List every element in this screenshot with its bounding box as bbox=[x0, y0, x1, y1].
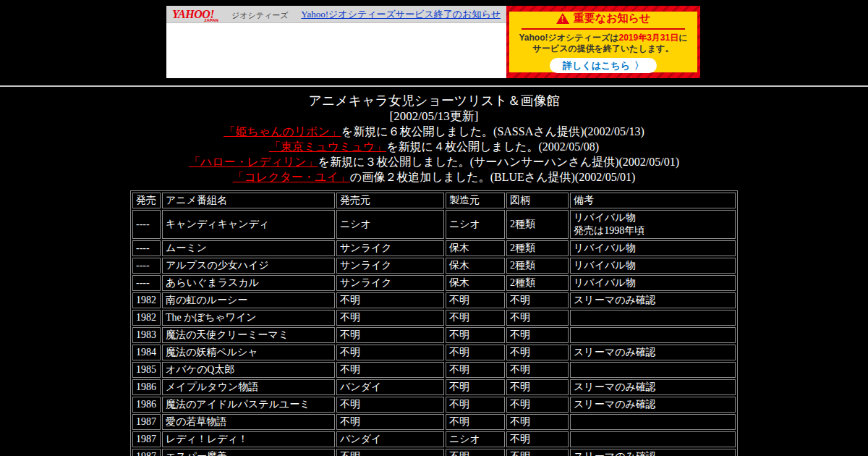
table-cell: 2種類 bbox=[506, 210, 569, 239]
table-cell: 不明 bbox=[446, 449, 505, 456]
table-row: 1986メイプルタウン物語バンダイ不明不明スリーマのみ確認 bbox=[132, 379, 736, 395]
table-cell: ムーミン bbox=[162, 240, 335, 256]
table-cell: ---- bbox=[132, 258, 161, 274]
table-cell bbox=[570, 310, 736, 326]
update-text: を新規に４枚公開しました。(2002/05/08) bbox=[386, 140, 599, 153]
table-cell: スリーマのみ確認 bbox=[570, 379, 736, 395]
table-cell: 1987 bbox=[132, 431, 161, 447]
yahoo-header-bar: YAHOO! JAPAN ジオシティーズ Yahoo!ジオシティーズサービス終了… bbox=[166, 6, 506, 23]
important-notice-banner: 重要なお知らせ Yahoo!ジオシティーズは2019年3月31日に サービスの提… bbox=[506, 6, 700, 78]
table-cell: 2種類 bbox=[506, 258, 569, 274]
important-notice-inner: 重要なお知らせ Yahoo!ジオシティーズは2019年3月31日に サービスの提… bbox=[509, 12, 697, 72]
table-cell: 不明 bbox=[336, 449, 444, 456]
table-cell: キャンディキャンディ bbox=[162, 210, 335, 239]
notice-title: 重要なお知らせ bbox=[574, 12, 650, 25]
update-line: 「ハロー・レディリン」を新規に３枚公開しました。(サーハンサーハンさん提供)(2… bbox=[0, 154, 868, 169]
table-cell bbox=[570, 431, 736, 447]
table-cell: スリーマのみ確認 bbox=[570, 292, 736, 308]
table-cell: エスパー魔美 bbox=[162, 449, 335, 456]
table-row: 1987レディ！レディ！バンダイニシオ不明 bbox=[132, 431, 736, 447]
update-text: の画像２枚追加しました。(BLUEさん提供)(2002/05/01) bbox=[350, 171, 636, 183]
update-link-collector-yui[interactable]: 「コレクター・ユイ」 bbox=[233, 171, 350, 183]
col-header-seller: 発売元 bbox=[336, 193, 444, 208]
col-header-pattern: 図柄 bbox=[506, 193, 569, 208]
update-text: を新規に６枚公開しました。(SASSAさん提供)(2002/05/13) bbox=[341, 125, 644, 138]
table-cell: 不明 bbox=[446, 310, 505, 326]
table-cell: リバイバル物 bbox=[570, 240, 736, 256]
table-row: 1982南の虹のルーシー不明不明不明スリーマのみ確認 bbox=[132, 292, 736, 308]
table-row: 1987愛の若草物語不明不明不明 bbox=[132, 414, 736, 430]
table-cell: 1987 bbox=[132, 449, 161, 456]
table-cell: 不明 bbox=[506, 449, 569, 456]
table-row: 1986魔法のアイドルパステルユーミ不明不明不明スリーマのみ確認 bbox=[132, 397, 736, 413]
table-cell: サンライク bbox=[336, 240, 444, 256]
table-cell: 南の虹のルーシー bbox=[162, 292, 335, 308]
service-end-notice-link[interactable]: Yahoo!ジオシティーズサービス終了のお知らせ bbox=[301, 8, 501, 21]
table-body: ----キャンディキャンディニシオニシオ2種類リバイバル物 発売は1998年頃-… bbox=[132, 210, 736, 456]
table-cell: アルプスの少女ハイジ bbox=[162, 258, 335, 274]
table-cell: スリーマのみ確認 bbox=[570, 397, 736, 413]
geocities-header-banner: YAHOO! JAPAN ジオシティーズ Yahoo!ジオシティーズサービス終了… bbox=[166, 6, 700, 78]
table-cell: 不明 bbox=[446, 327, 505, 343]
table-cell bbox=[570, 362, 736, 378]
table-row: ----ムーミンサンライク保木2種類リバイバル物 bbox=[132, 240, 736, 256]
ad-placeholder: YAHOO! JAPAN ジオシティーズ Yahoo!ジオシティーズサービス終了… bbox=[166, 6, 506, 78]
table-cell: 不明 bbox=[446, 397, 505, 413]
table-cell: 保木 bbox=[446, 258, 505, 274]
table-cell: 1982 bbox=[132, 310, 161, 326]
notice-title-row: 重要なお知らせ bbox=[556, 12, 650, 25]
notice-divider bbox=[522, 28, 685, 30]
update-line: 「東京ミュウミュウ」を新規に４枚公開しました。(2002/05/08) bbox=[0, 139, 868, 154]
table-cell: 2種類 bbox=[506, 240, 569, 256]
notice-line2: サービスの提供を終了いたします。 bbox=[533, 43, 674, 54]
table-cell: 1986 bbox=[132, 397, 161, 413]
table-row: 1982The かぼちゃワイン不明不明不明 bbox=[132, 310, 736, 326]
table-cell: 不明 bbox=[506, 362, 569, 378]
notice-line1-suffix: に bbox=[678, 33, 687, 43]
update-link-hello-ladylynn[interactable]: 「ハロー・レディリン」 bbox=[189, 156, 318, 168]
table-cell: 魔法の妖精ペルシャ bbox=[162, 345, 335, 360]
col-header-notes: 備考 bbox=[570, 193, 736, 208]
shorts-list-table: 発売 アニメ番組名 発売元 製造元 図柄 備考 ----キャンディキャンディニシ… bbox=[130, 190, 738, 456]
table-cell: 不明 bbox=[336, 345, 444, 360]
notice-line1-prefix: Yahoo!ジオシティーズは bbox=[519, 33, 619, 43]
table-cell: 1984 bbox=[132, 345, 161, 360]
table-row: 1983魔法の天使クリーミーマミ不明不明不明 bbox=[132, 327, 736, 343]
update-text: を新規に３枚公開しました。(サーハンサーハンさん提供)(2002/05/01) bbox=[318, 156, 679, 168]
table-cell: バンダイ bbox=[336, 431, 444, 447]
table-cell: 不明 bbox=[336, 327, 444, 343]
table-cell: リバイバル物 bbox=[570, 275, 736, 291]
table-cell bbox=[570, 327, 736, 343]
geocities-label: ジオシティーズ bbox=[231, 10, 289, 21]
table-cell: サンライク bbox=[336, 258, 444, 274]
notice-text: Yahoo!ジオシティーズは2019年3月31日に サービスの提供を終了いたしま… bbox=[519, 33, 688, 54]
yahoo-logo-japan-text: JAPAN bbox=[204, 18, 218, 22]
details-button[interactable]: 詳しくはこちら〉 bbox=[550, 58, 657, 73]
details-button-label: 詳しくはこちら bbox=[563, 60, 630, 71]
table-cell: 不明 bbox=[446, 345, 505, 360]
yahoo-japan-logo[interactable]: YAHOO! JAPAN ジオシティーズ bbox=[172, 8, 289, 21]
table-cell: 不明 bbox=[506, 345, 569, 360]
table-cell: 不明 bbox=[506, 431, 569, 447]
table-cell: バンダイ bbox=[336, 379, 444, 395]
table-header-row: 発売 アニメ番組名 発売元 製造元 図柄 備考 bbox=[132, 193, 736, 208]
table-cell: 愛の若草物語 bbox=[162, 414, 335, 430]
table-cell: 魔法のアイドルパステルユーミ bbox=[162, 397, 335, 413]
warning-triangle-icon bbox=[556, 13, 569, 24]
col-header-anime-title: アニメ番組名 bbox=[162, 193, 335, 208]
table-cell: 不明 bbox=[336, 362, 444, 378]
update-link-hime-ribbon[interactable]: 「姫ちゃんのリボン」 bbox=[224, 125, 341, 138]
table-cell: 保木 bbox=[446, 240, 505, 256]
col-header-release: 発売 bbox=[132, 193, 161, 208]
table-cell: ---- bbox=[132, 210, 161, 239]
table-cell: 不明 bbox=[446, 379, 505, 395]
table-cell: ニシオ bbox=[446, 210, 505, 239]
table-cell: リバイバル物 発売は1998年頃 bbox=[570, 210, 736, 239]
update-date: [2002/05/13更新] bbox=[0, 109, 868, 124]
table-cell: リバイバル物 bbox=[570, 258, 736, 274]
update-link-tokyo-mewmew[interactable]: 「東京ミュウミュウ」 bbox=[269, 140, 386, 153]
table-cell: 不明 bbox=[446, 292, 505, 308]
table-cell: ニシオ bbox=[446, 431, 505, 447]
update-line: 「姫ちゃんのリボン」を新規に６枚公開しました。(SASSAさん提供)(2002/… bbox=[0, 124, 868, 139]
table-row: 1987エスパー魔美不明不明不明スリーマのみ確認 bbox=[132, 449, 736, 456]
